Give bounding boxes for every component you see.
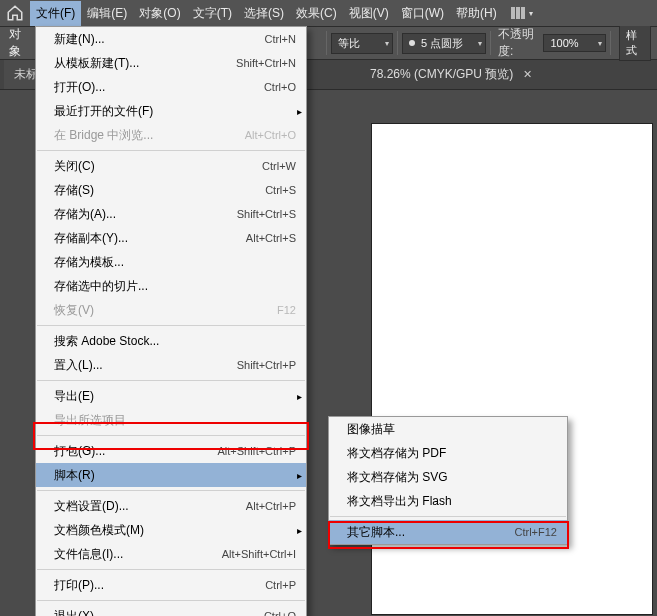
menu-item-shortcut: Alt+Ctrl+P	[246, 500, 296, 512]
menu-item-shortcut: Ctrl+W	[262, 160, 296, 172]
menu-item-label: 导出所选项目...	[54, 412, 136, 429]
menu-item-label: 在 Bridge 中浏览...	[54, 127, 153, 144]
file-menu-item-7[interactable]: 存储(S)Ctrl+S	[36, 178, 306, 202]
menu-view[interactable]: 视图(V)	[343, 1, 395, 26]
file-menu-item-15[interactable]: 置入(L)...Shift+Ctrl+P	[36, 353, 306, 377]
home-icon[interactable]	[6, 4, 24, 22]
menu-item-shortcut: F12	[277, 304, 296, 316]
menu-window[interactable]: 窗口(W)	[395, 1, 450, 26]
scripts-submenu-item-5[interactable]: 其它脚本...Ctrl+F12	[329, 520, 567, 544]
tab-title-right: 78.26% (CMYK/GPU 预览)	[370, 66, 513, 83]
file-menu-separator	[37, 380, 305, 381]
menu-item-label: 存储为模板...	[54, 254, 124, 271]
style-button[interactable]: 样式	[619, 25, 651, 61]
file-menu-item-23[interactable]: 文档设置(D)...Alt+Ctrl+P	[36, 494, 306, 518]
file-menu-separator	[37, 435, 305, 436]
menu-item-label: 导出(E)	[54, 388, 94, 405]
menu-object[interactable]: 对象(O)	[133, 1, 186, 26]
menu-item-label: 打包(G)...	[54, 443, 105, 460]
menu-item-label: 关闭(C)	[54, 158, 95, 175]
file-menu-separator	[37, 569, 305, 570]
scripts-submenu-item-1[interactable]: 将文档存储为 PDF	[329, 441, 567, 465]
menu-item-label: 存储选中的切片...	[54, 278, 148, 295]
menu-select[interactable]: 选择(S)	[238, 1, 290, 26]
file-menu-item-1[interactable]: 从模板新建(T)...Shift+Ctrl+N	[36, 51, 306, 75]
menu-effect[interactable]: 效果(C)	[290, 1, 343, 26]
menu-item-label: 文件信息(I)...	[54, 546, 123, 563]
file-menu-item-9[interactable]: 存储副本(Y)...Alt+Ctrl+S	[36, 226, 306, 250]
file-menu-item-2[interactable]: 打开(O)...Ctrl+O	[36, 75, 306, 99]
menu-item-label: 存储为(A)...	[54, 206, 116, 223]
menu-item-shortcut: Ctrl+F12	[515, 526, 558, 538]
file-menu-item-27[interactable]: 打印(P)...Ctrl+P	[36, 573, 306, 597]
menu-item-shortcut: Ctrl+P	[265, 579, 296, 591]
file-menu-item-0[interactable]: 新建(N)...Ctrl+N	[36, 27, 306, 51]
menu-item-label: 脚本(R)	[54, 467, 95, 484]
menu-item-label: 图像描草	[347, 421, 395, 438]
file-menu-separator	[37, 600, 305, 601]
menu-item-label: 从模板新建(T)...	[54, 55, 139, 72]
menu-item-label: 文档颜色模式(M)	[54, 522, 144, 539]
file-menu-item-21[interactable]: 脚本(R)▸	[36, 463, 306, 487]
scripts-submenu-item-3[interactable]: 将文档导出为 Flash	[329, 489, 567, 513]
file-menu-item-17[interactable]: 导出(E)▸	[36, 384, 306, 408]
menu-item-shortcut: Ctrl+S	[265, 184, 296, 196]
menu-item-label: 打开(O)...	[54, 79, 105, 96]
menu-item-label: 搜索 Adobe Stock...	[54, 333, 159, 350]
align-dropdown[interactable]: 等比▾	[331, 33, 393, 54]
menu-item-label: 打印(P)...	[54, 577, 104, 594]
submenu-arrow-icon: ▸	[297, 391, 302, 402]
menu-item-label: 存储(S)	[54, 182, 94, 199]
submenu-arrow-icon: ▸	[297, 525, 302, 536]
arrange-docs-icon[interactable]	[511, 7, 525, 19]
chevron-down-icon[interactable]: ▾	[529, 9, 533, 18]
menu-edit[interactable]: 编辑(E)	[81, 1, 133, 26]
menu-item-label: 将文档存储为 SVG	[347, 469, 448, 486]
file-menu-item-24[interactable]: 文档颜色模式(M)▸	[36, 518, 306, 542]
scripts-submenu-item-0[interactable]: 图像描草	[329, 417, 567, 441]
menu-item-shortcut: Shift+Ctrl+S	[237, 208, 296, 220]
menu-item-label: 退出(X)	[54, 608, 94, 617]
scripts-submenu-item-2[interactable]: 将文档存储为 SVG	[329, 465, 567, 489]
menu-item-label: 存储副本(Y)...	[54, 230, 128, 247]
menu-item-shortcut: Ctrl+O	[264, 81, 296, 93]
chevron-down-icon: ▾	[598, 39, 602, 48]
file-menu-item-8[interactable]: 存储为(A)...Shift+Ctrl+S	[36, 202, 306, 226]
opacity-field[interactable]: 100%▾	[543, 34, 605, 52]
chevron-down-icon: ▾	[385, 39, 389, 48]
file-menu-item-4: 在 Bridge 中浏览...Alt+Ctrl+O	[36, 123, 306, 147]
toolbar-left-label: 对象	[9, 26, 29, 60]
menu-file[interactable]: 文件(F)	[30, 1, 81, 26]
menu-item-shortcut: Alt+Ctrl+O	[245, 129, 296, 141]
menu-item-label: 将文档存储为 PDF	[347, 445, 446, 462]
file-menu-item-29[interactable]: 退出(X)Ctrl+Q	[36, 604, 306, 616]
menu-item-shortcut: Alt+Shift+Ctrl+P	[217, 445, 296, 457]
chevron-down-icon: ▾	[478, 39, 482, 48]
file-menu-separator	[37, 490, 305, 491]
file-menu-item-6[interactable]: 关闭(C)Ctrl+W	[36, 154, 306, 178]
file-menu-item-3[interactable]: 最近打开的文件(F)▸	[36, 99, 306, 123]
document-tab-info[interactable]: 78.26% (CMYK/GPU 预览) ✕	[360, 60, 542, 89]
submenu-arrow-icon: ▸	[297, 106, 302, 117]
close-icon[interactable]: ✕	[523, 68, 532, 81]
dot-icon	[409, 40, 415, 46]
scripts-submenu-separator	[330, 516, 566, 517]
menu-item-shortcut: Ctrl+N	[265, 33, 296, 45]
menu-item-label: 最近打开的文件(F)	[54, 103, 153, 120]
file-menu-item-20[interactable]: 打包(G)...Alt+Shift+Ctrl+P	[36, 439, 306, 463]
file-menu-item-14[interactable]: 搜索 Adobe Stock...	[36, 329, 306, 353]
file-menu-item-11[interactable]: 存储选中的切片...	[36, 274, 306, 298]
menu-help[interactable]: 帮助(H)	[450, 1, 503, 26]
file-menu-separator	[37, 325, 305, 326]
file-menu-item-18: 导出所选项目...	[36, 408, 306, 432]
menu-item-shortcut: Shift+Ctrl+N	[236, 57, 296, 69]
stroke-profile-dropdown[interactable]: 5 点圆形▾	[402, 33, 486, 54]
menu-item-label: 置入(L)...	[54, 357, 103, 374]
menu-type[interactable]: 文字(T)	[187, 1, 238, 26]
menu-item-label: 将文档导出为 Flash	[347, 493, 452, 510]
menu-item-label: 文档设置(D)...	[54, 498, 129, 515]
file-menu-item-10[interactable]: 存储为模板...	[36, 250, 306, 274]
file-menu-item-25[interactable]: 文件信息(I)...Alt+Shift+Ctrl+I	[36, 542, 306, 566]
menu-item-shortcut: Alt+Ctrl+S	[246, 232, 296, 244]
menu-item-label: 恢复(V)	[54, 302, 94, 319]
